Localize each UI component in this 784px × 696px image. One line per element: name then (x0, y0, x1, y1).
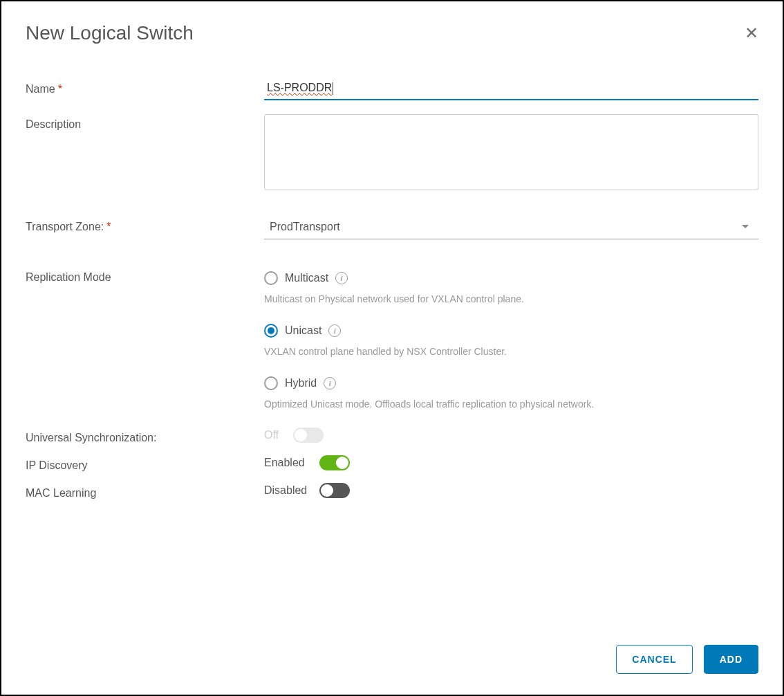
modal-footer: CANCEL ADD (26, 645, 758, 674)
new-logical-switch-modal: New Logical Switch ✕ Name* LS-PRODDR Des… (0, 0, 784, 696)
name-row: Name* LS-PRODDR (26, 79, 758, 100)
hybrid-help: Optimized Unicast mode. Offloads local t… (264, 399, 758, 410)
modal-title: New Logical Switch (26, 22, 194, 44)
replication-mode-group: Multicast i Multicast on Physical networ… (264, 271, 758, 422)
required-indicator: * (58, 83, 62, 95)
description-control (264, 114, 758, 192)
description-input[interactable] (264, 114, 758, 190)
close-button[interactable]: ✕ (745, 24, 758, 43)
info-icon[interactable]: i (335, 272, 348, 284)
unicast-help: VXLAN control plane handled by NSX Contr… (264, 346, 758, 357)
transport-zone-control: ProdTransport (264, 217, 758, 239)
radio-unicast[interactable] (264, 324, 278, 338)
ip-discovery-toggle[interactable] (319, 455, 350, 470)
radio-option-unicast[interactable]: Unicast i (264, 324, 758, 338)
close-icon: ✕ (745, 24, 758, 42)
multicast-help: Multicast on Physical network used for V… (264, 293, 758, 304)
required-indicator: * (106, 221, 111, 232)
mac-learning-row: MAC Learning Disabled (26, 483, 758, 500)
universal-sync-status: Off (264, 429, 285, 441)
name-control: LS-PRODDR (264, 79, 758, 100)
toggle-knob (295, 429, 307, 441)
cancel-button[interactable]: CANCEL (616, 645, 692, 674)
ip-discovery-row: IP Discovery Enabled (26, 455, 758, 472)
replication-mode-label: Replication Mode (26, 267, 264, 284)
description-row: Description (26, 114, 758, 192)
universal-sync-row: Universal Synchronization: Off (26, 428, 758, 444)
ip-discovery-control: Enabled (264, 455, 758, 470)
mac-learning-label: MAC Learning (26, 483, 264, 500)
mac-learning-toggle[interactable] (319, 483, 350, 498)
ip-discovery-label: IP Discovery (26, 455, 264, 472)
replication-mode-row: Replication Mode Multicast i Multicast o… (26, 267, 758, 422)
mac-learning-status: Disabled (264, 484, 311, 497)
radio-option-hybrid[interactable]: Hybrid i (264, 376, 758, 390)
modal-header: New Logical Switch ✕ (26, 22, 758, 44)
universal-sync-control: Off (264, 428, 758, 443)
transport-zone-label: Transport Zone:* (26, 217, 264, 233)
ip-discovery-status: Enabled (264, 457, 311, 469)
mac-learning-control: Disabled (264, 483, 758, 498)
universal-sync-toggle (293, 428, 324, 443)
name-label: Name* (26, 79, 264, 95)
caret-down-icon (742, 225, 749, 228)
radio-multicast[interactable] (264, 271, 278, 285)
info-icon[interactable]: i (328, 324, 341, 337)
transport-zone-row: Transport Zone:* ProdTransport (26, 217, 758, 239)
add-button[interactable]: ADD (704, 645, 758, 674)
toggle-knob (336, 457, 348, 469)
info-icon[interactable]: i (324, 377, 336, 390)
radio-option-multicast[interactable]: Multicast i (264, 271, 758, 285)
text-cursor (333, 82, 333, 95)
radio-hybrid[interactable] (264, 376, 278, 390)
form-body: Name* LS-PRODDR Description Transport Zo… (26, 79, 758, 624)
toggle-knob (321, 484, 333, 497)
description-label: Description (26, 114, 264, 131)
name-input[interactable]: LS-PRODDR (264, 79, 758, 100)
transport-zone-select[interactable]: ProdTransport (264, 217, 758, 239)
universal-sync-label: Universal Synchronization: (26, 428, 264, 444)
